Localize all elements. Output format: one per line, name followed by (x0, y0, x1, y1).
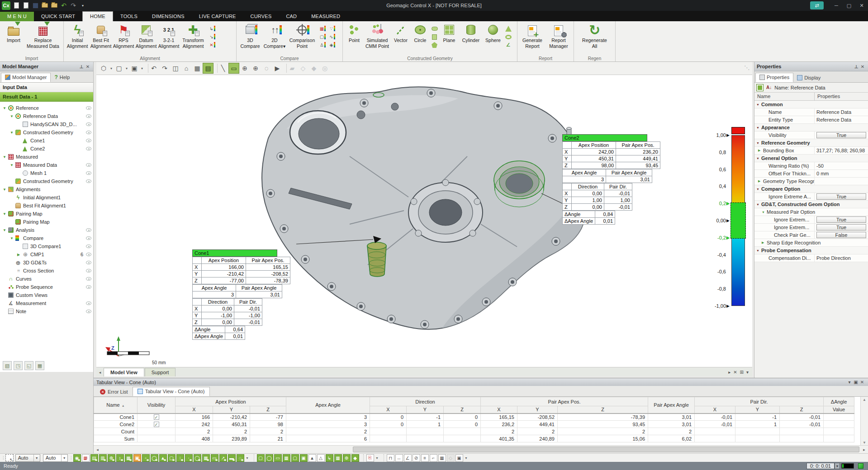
property-value[interactable]: True (816, 224, 866, 230)
property-expand-icon[interactable]: ▼ (756, 157, 761, 160)
colorbar-tolerance-band[interactable] (730, 202, 746, 239)
table-row[interactable]: Cone1 ✓ 166-210,42-77 3 0-10 165,15-208,… (94, 414, 854, 421)
tree-item[interactable]: Measurement (0, 299, 93, 307)
categorize-icon[interactable] (756, 84, 764, 91)
property-expand-icon[interactable]: ▼ (756, 141, 761, 145)
tree-item[interactable]: Cross Section (0, 267, 93, 275)
selection-mode-icon[interactable] (5, 454, 14, 461)
property-expand-icon[interactable]: ▶ (758, 179, 763, 183)
property-row[interactable]: ▼ Probe Compensation (754, 247, 868, 254)
tab-error-list[interactable]: ✕ Error List (95, 388, 133, 396)
expand-arrow-icon[interactable]: ▼ (3, 212, 8, 216)
ribbon-tab[interactable]: CURVES (243, 12, 279, 21)
rectangle-icon[interactable] (431, 33, 438, 40)
visibility-eye-icon[interactable] (86, 244, 91, 248)
selection-combo-2[interactable]: Auto▼ (43, 454, 68, 462)
tab-display[interactable]: Display (793, 74, 824, 82)
callout-title[interactable]: Cone2 (562, 134, 647, 141)
view-tab-add-icon[interactable]: ⊞ (740, 370, 744, 375)
viewport-tool-icon[interactable]: ◫ (170, 63, 181, 74)
visibility-checkbox[interactable]: ✓ (154, 422, 159, 427)
tree-item[interactable]: Initial Alignment1 (0, 193, 93, 202)
undo-icon[interactable]: ↶ (60, 2, 67, 9)
property-expand-icon[interactable]: ▶ (758, 149, 763, 152)
measure-tool-icon[interactable]: ▣ (455, 454, 463, 462)
visibility-eye-icon[interactable] (86, 139, 91, 142)
property-row[interactable]: ▼ Compare Option (754, 185, 868, 193)
expand-arrow-icon[interactable]: ▼ (10, 163, 15, 167)
mm-tool-icon-4[interactable]: ▦ (35, 361, 44, 370)
tree-item[interactable]: ▼ Reference Data (0, 112, 93, 120)
property-value[interactable]: 317,27; 76,88; 260,98 (816, 148, 865, 153)
point-button[interactable]: Point (345, 23, 364, 44)
panel-close-icon[interactable]: ✕ (859, 380, 865, 385)
model-3d-canvas[interactable]: Z 50 mm 1,00 ▶ 0,8 (96, 75, 752, 367)
viewport-tool-icon[interactable]: ⬡ (98, 63, 109, 74)
viewport-tool-icon[interactable]: ◆ (308, 63, 319, 74)
property-value[interactable]: Reference Data (816, 109, 851, 115)
transform-alignment-button[interactable]: ✚ Transform Alignment (180, 23, 207, 49)
viewport-tool-icon[interactable]: ⊕ (239, 63, 250, 74)
view-tab[interactable]: Support (145, 368, 176, 376)
close-icon[interactable]: ✕ (85, 64, 91, 69)
property-value[interactable]: True (816, 193, 866, 200)
colgroup-pair-dir[interactable]: Pair Dir. (695, 397, 824, 406)
entity-visibility-toggle-icon[interactable]: ◉ (73, 454, 81, 462)
viewport-tool-icon[interactable]: ▾ (140, 63, 144, 74)
viewport-tool-icon[interactable]: ▭ (228, 63, 239, 74)
property-expand-icon[interactable]: ▼ (756, 103, 761, 106)
property-row[interactable]: ▼ GD&T, Constructed Geom Option (754, 201, 868, 208)
ribbon-tab[interactable]: DIMENSIONS (145, 12, 192, 21)
col-apex-angle[interactable]: Apex Angle (286, 397, 370, 414)
property-row[interactable]: Ignore Extrem... True (754, 224, 868, 231)
selection-filter-icon[interactable]: ▢ (257, 454, 265, 462)
visibility-eye-icon[interactable] (86, 285, 91, 289)
measure-tool-icon[interactable]: ⊘ (413, 454, 420, 462)
2d-compare-button[interactable]: ↑↑ 2D Compare▾ (262, 23, 287, 49)
expand-arrow-icon[interactable]: ▼ (10, 114, 15, 118)
property-row[interactable]: Check Pair Ge... False (754, 231, 868, 239)
selection-filter-icon[interactable]: ▢ (291, 454, 299, 462)
visibility-eye-icon[interactable] (86, 179, 91, 183)
entity-visibility-toggle-icon[interactable]: ▢ (168, 454, 175, 462)
entity-visibility-toggle-icon[interactable]: ▲ (159, 454, 167, 462)
visibility-eye-icon[interactable] (86, 269, 91, 273)
view-tab-menu-icon[interactable]: ▾ (746, 370, 749, 375)
selection-combo-1[interactable]: Auto▼ (15, 454, 40, 462)
col-pair-apex-angle[interactable]: Pair Apex Angle (648, 397, 695, 414)
panel-menu-icon[interactable]: ▾ (846, 380, 853, 385)
tab-properties[interactable]: Properties (755, 73, 793, 82)
coordinate-icon[interactable]: ∠ (504, 42, 512, 48)
import-folder-icon[interactable] (41, 2, 48, 9)
datum-alignment-button[interactable]: Datum Alignment (134, 23, 158, 49)
expand-arrow-icon[interactable]: ▼ (10, 236, 15, 240)
torus-icon[interactable] (504, 33, 512, 40)
save-icon[interactable] (32, 2, 39, 9)
redo-icon[interactable]: ↷ (70, 2, 77, 9)
colorbar-marker-icon[interactable]: ▶ (726, 218, 731, 223)
result-data-section[interactable]: Result Data - 1 (0, 92, 93, 102)
entity-visibility-toggle-icon[interactable]: ▦ (125, 454, 133, 462)
entity-visibility-toggle-icon[interactable]: · (185, 454, 193, 462)
selection-filter-icon[interactable]: ◆ (351, 454, 359, 462)
table-horizontal-scrollbar[interactable]: ◂ ▸ (94, 445, 868, 453)
col-visibility[interactable]: Visibility (138, 397, 175, 414)
tree-item[interactable]: ▼ Alignments (0, 185, 93, 193)
regenerate-all-button[interactable]: ↻ Regenerate All (579, 23, 611, 49)
visibility-eye-icon[interactable] (86, 131, 91, 134)
selection-filter-icon[interactable]: ▦ (283, 454, 290, 462)
selection-filter-icon[interactable]: ▲ (308, 454, 316, 462)
visibility-checkbox[interactable]: ✓ (154, 414, 159, 420)
tree-item[interactable]: Pairing Map (0, 218, 93, 226)
entity-visibility-toggle-icon[interactable]: ▭ (211, 454, 218, 462)
delete-dropdown-icon[interactable]: ▼ (375, 456, 379, 460)
viewport-tool-icon[interactable]: ▦ (192, 63, 203, 74)
viewport-tool-icon[interactable]: ↶ (148, 63, 159, 74)
deviation-color-bar[interactable]: 1,00 ▶ 0,8 ▶ 0,6 ▶ (706, 127, 751, 367)
replace-measured-data-button[interactable]: Replace Measured Data (25, 23, 61, 49)
viewport-tool-icon[interactable]: ◎ (319, 63, 330, 74)
colgroup-pair-apex-pos[interactable]: Pair Apex Pos. (481, 397, 648, 406)
align-mini-icon-2[interactable]: ↘ (208, 33, 215, 40)
expand-arrow-icon[interactable]: ▼ (3, 155, 8, 159)
viewport-tool-icon[interactable] (283, 64, 287, 73)
